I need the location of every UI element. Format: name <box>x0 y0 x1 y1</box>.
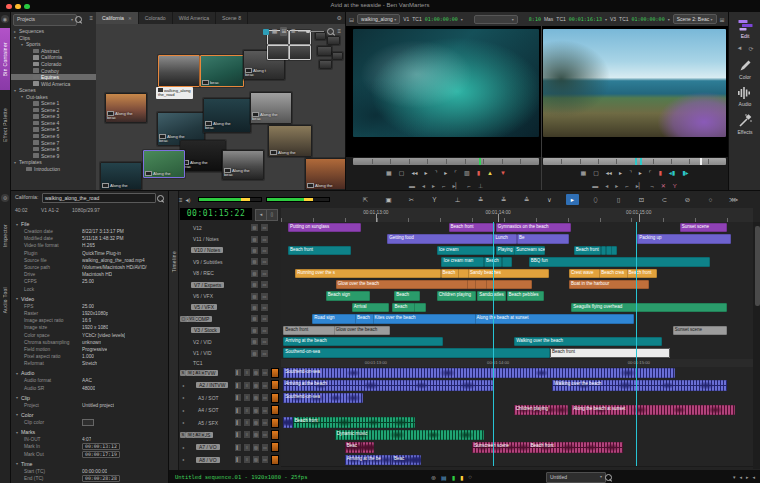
bin-clip-thumbnail[interactable]: Along thebeac <box>180 140 226 172</box>
clip-southend-on-sea[interactable]: Southend-on-sea <box>283 348 549 357</box>
clip-arriving-at-the-beach[interactable]: Arriving at the beach <box>283 337 442 346</box>
bin-clip-thumbnail[interactable]: Along the <box>268 125 312 157</box>
smart-tool-icon[interactable]: ▸ <box>566 194 579 205</box>
search-icon[interactable] <box>75 16 82 23</box>
step-forward-icon[interactable]: ▸ <box>619 168 622 178</box>
overwrite-icon[interactable]: ▼ <box>500 168 506 178</box>
track-button[interactable]: ≡ <box>243 368 251 377</box>
bin-clip-thumbnail[interactable] <box>317 46 332 56</box>
bin-clip-thumbnail[interactable]: Along thebeac <box>250 92 292 124</box>
gang-icon[interactable]: ▢ <box>399 168 405 178</box>
patch-button[interactable]: S <box>180 370 186 377</box>
record-icon[interactable]: ○ <box>704 194 717 205</box>
play-icon[interactable]: ▸ <box>444 168 447 178</box>
clip-dynamic-music[interactable]: Dynamic music <box>335 430 484 440</box>
speaker-icon[interactable]: ◂ <box>182 383 184 388</box>
clip-beach-front[interactable]: Beach front <box>293 417 415 427</box>
track-button[interactable]: ▨ <box>252 443 260 452</box>
track-button[interactable]: ▨ <box>250 337 259 346</box>
playhead[interactable] <box>636 222 637 466</box>
keyframe-icon[interactable]: ⬯ <box>589 194 602 205</box>
patch-button[interactable]: M <box>187 370 193 377</box>
play-icon[interactable]: ▸ <box>639 168 642 178</box>
track-button[interactable]: ▭ <box>261 455 269 464</box>
clip-arriving-at-the-beach[interactable]: Arriving at the beach <box>283 380 493 390</box>
track-button[interactable]: ▭ <box>261 368 269 377</box>
clip-along-the-beach-at-sunset[interactable]: Along the beach at sunset <box>571 405 734 415</box>
bin-clip-thumbnail[interactable]: Along the <box>100 162 142 190</box>
clip-children-playing[interactable]: Children playing <box>437 291 476 300</box>
clip-getting-food[interactable]: Getting food <box>387 234 493 243</box>
source-monitor-image[interactable] <box>353 29 539 137</box>
workspace-edit[interactable]: Edit <box>729 19 760 39</box>
track-lane-a8-vo[interactable]: Arriving at the beBeac <box>281 454 753 467</box>
track-button[interactable]: ▨ <box>250 269 259 278</box>
track-header-a8-vo[interactable]: ◂A8 / VO▍≡▨▭ <box>179 454 281 466</box>
clip-segment[interactable] <box>611 246 616 255</box>
frame-view-icon[interactable]: ▦ <box>272 27 278 36</box>
clip-beach-front[interactable]: Beach front <box>283 326 335 335</box>
clip-be[interactable] <box>362 442 373 452</box>
extract-icon[interactable]: ≛ <box>474 194 487 205</box>
tab-wild-america[interactable]: Wild America <box>173 12 216 24</box>
clip-walking-over-the-beach[interactable]: Walking over the beach <box>514 337 662 346</box>
source-clip-menu[interactable]: walking_along ▾ <box>357 14 400 24</box>
clip-crest-wave[interactable]: Crest wave <box>569 269 600 278</box>
track-header-a7-vo[interactable]: ◂A7 / VO▍≡▨▭ <box>179 441 281 453</box>
audio-punch-in-icon[interactable]: ◂▮ <box>669 168 675 178</box>
track-header-v1-vid[interactable]: V1 / VID▨▭ <box>179 347 281 358</box>
clip-road-sign[interactable]: Road sign <box>312 314 356 323</box>
step-forward-icon[interactable]: ▸ <box>424 168 427 178</box>
match-frame-icon[interactable]: Y <box>428 194 441 205</box>
cut-icon[interactable]: ✂ <box>405 194 418 205</box>
clip-beach-crea[interactable]: Beach crea <box>599 269 627 278</box>
track-lane-a6-mus[interactable]: Dynamic music <box>281 429 753 442</box>
timeline-ruler[interactable]: 00:01:13:0000:01:14:0000:01:15:00 <box>281 208 753 223</box>
inspector-clip-name[interactable]: walking_along_the_road <box>42 193 156 203</box>
track-button[interactable]: ▨ <box>250 223 259 232</box>
position-indicator[interactable] <box>479 158 481 165</box>
clip-beach[interactable]: Beach <box>392 303 415 312</box>
clip-beach[interactable]: Beach <box>355 314 374 323</box>
track-button[interactable]: ▭ <box>260 257 269 266</box>
fast-menu-icon[interactable]: ⋙ <box>727 194 740 205</box>
track-header-v4-comp[interactable]: ▢V1V4 / COMP▨▭ <box>179 313 281 324</box>
track-header-v5-vfx[interactable]: V5 / VFX▨▭ <box>179 302 281 313</box>
track-header-v10-notes[interactable]: V10 / Notes▨▭ <box>179 245 281 256</box>
track-button[interactable]: ≡ <box>243 418 251 427</box>
bin-clip-thumbnail[interactable]: Along thebeac <box>203 98 251 133</box>
zoom-menu-icon[interactable]: ▾ <box>733 474 736 480</box>
section-color[interactable]: ▾Color <box>11 411 168 419</box>
rail-tab-inspector[interactable]: Inspector <box>0 212 10 260</box>
timeline-view-preset[interactable]: Untitled▾ <box>546 472 606 483</box>
track-button[interactable]: ≡ <box>243 406 251 415</box>
track-header-tc1[interactable]: TC1 <box>179 359 281 367</box>
patch-button[interactable]: V1 <box>188 316 196 323</box>
close-tab-icon[interactable]: ✕ <box>128 16 132 21</box>
track-button[interactable]: ▨ <box>252 455 260 464</box>
clip-southend-on-sea[interactable]: Southend-on-sea <box>283 368 674 378</box>
patch-button[interactable]: M <box>187 432 193 439</box>
record-position-bar[interactable] <box>543 158 726 165</box>
source-position-bar[interactable] <box>353 158 539 165</box>
track-button[interactable]: ▭ <box>261 418 269 427</box>
bin-clip-thumbnail[interactable] <box>158 55 200 87</box>
track-header-a1-intvw[interactable]: SMA1 ◂◂A1 / INTVW▍≡▨▭ <box>179 367 281 379</box>
track-header-a6-mus[interactable]: SMA2 ◂◂A6 / MUS▍≡▨▭ <box>179 429 281 441</box>
master-timecode[interactable]: 00:01:16:13 <box>569 16 602 22</box>
speaker-icon[interactable]: ◂ <box>182 420 184 425</box>
clip-beach-front[interactable]: Beach front <box>288 246 351 255</box>
workspace-audio[interactable]: Audio <box>729 87 760 107</box>
track-button[interactable]: ▨ <box>252 393 260 402</box>
bin-clip-thumbnail[interactable] <box>319 60 332 69</box>
clip-beach-front[interactable]: Beach front <box>627 269 657 278</box>
clip-se[interactable] <box>410 455 421 465</box>
bin-clip-thumbnail[interactable]: Along thebeac <box>105 93 147 123</box>
clip-glow-over-the-beach[interactable]: Glow over the beach <box>336 280 468 289</box>
section-time[interactable]: ▾Time <box>11 460 168 468</box>
speaker-icon[interactable]: ◂) <box>186 197 191 203</box>
mark-clip-icon[interactable]: ▥ <box>464 168 470 178</box>
search-icon[interactable] <box>157 195 164 202</box>
bin-clip-thumbnail[interactable] <box>289 45 311 60</box>
clip-sunset-scene[interactable]: Sunset scene <box>673 326 727 335</box>
